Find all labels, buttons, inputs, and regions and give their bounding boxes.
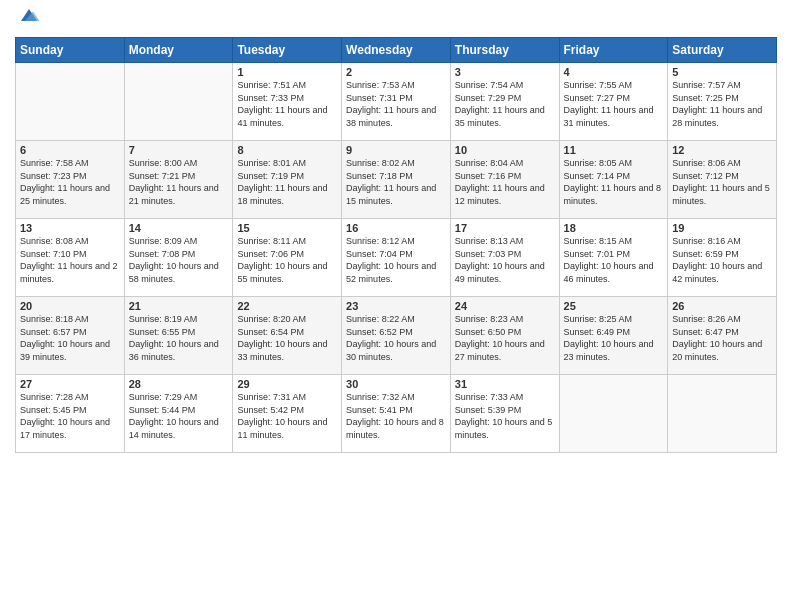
day-number: 10 (455, 144, 555, 156)
day-info: Sunrise: 8:00 AMSunset: 7:21 PMDaylight:… (129, 157, 229, 207)
day-number: 3 (455, 66, 555, 78)
day-info: Sunrise: 8:06 AMSunset: 7:12 PMDaylight:… (672, 157, 772, 207)
calendar-cell: 3Sunrise: 7:54 AMSunset: 7:29 PMDaylight… (450, 63, 559, 141)
day-info: Sunrise: 7:32 AMSunset: 5:41 PMDaylight:… (346, 391, 446, 441)
calendar-page: SundayMondayTuesdayWednesdayThursdayFrid… (0, 0, 792, 612)
day-info: Sunrise: 8:11 AMSunset: 7:06 PMDaylight:… (237, 235, 337, 285)
day-info: Sunrise: 7:31 AMSunset: 5:42 PMDaylight:… (237, 391, 337, 441)
weekday-header-saturday: Saturday (668, 38, 777, 63)
day-number: 12 (672, 144, 772, 156)
day-info: Sunrise: 8:15 AMSunset: 7:01 PMDaylight:… (564, 235, 664, 285)
day-number: 2 (346, 66, 446, 78)
day-number: 27 (20, 378, 120, 390)
day-number: 14 (129, 222, 229, 234)
day-info: Sunrise: 8:19 AMSunset: 6:55 PMDaylight:… (129, 313, 229, 363)
day-info: Sunrise: 7:29 AMSunset: 5:44 PMDaylight:… (129, 391, 229, 441)
day-number: 8 (237, 144, 337, 156)
calendar-cell (668, 375, 777, 453)
day-info: Sunrise: 7:51 AMSunset: 7:33 PMDaylight:… (237, 79, 337, 129)
calendar-cell: 30Sunrise: 7:32 AMSunset: 5:41 PMDayligh… (342, 375, 451, 453)
day-info: Sunrise: 8:16 AMSunset: 6:59 PMDaylight:… (672, 235, 772, 285)
weekday-header-monday: Monday (124, 38, 233, 63)
day-info: Sunrise: 8:26 AMSunset: 6:47 PMDaylight:… (672, 313, 772, 363)
logo-text (15, 10, 41, 29)
day-number: 13 (20, 222, 120, 234)
day-info: Sunrise: 7:33 AMSunset: 5:39 PMDaylight:… (455, 391, 555, 441)
calendar-cell (559, 375, 668, 453)
day-number: 5 (672, 66, 772, 78)
day-info: Sunrise: 7:28 AMSunset: 5:45 PMDaylight:… (20, 391, 120, 441)
calendar-cell: 23Sunrise: 8:22 AMSunset: 6:52 PMDayligh… (342, 297, 451, 375)
day-info: Sunrise: 8:20 AMSunset: 6:54 PMDaylight:… (237, 313, 337, 363)
calendar-cell: 16Sunrise: 8:12 AMSunset: 7:04 PMDayligh… (342, 219, 451, 297)
day-number: 20 (20, 300, 120, 312)
day-number: 31 (455, 378, 555, 390)
day-number: 25 (564, 300, 664, 312)
calendar-cell (124, 63, 233, 141)
day-number: 7 (129, 144, 229, 156)
day-info: Sunrise: 7:53 AMSunset: 7:31 PMDaylight:… (346, 79, 446, 129)
logo-icon (17, 5, 41, 29)
calendar-cell: 2Sunrise: 7:53 AMSunset: 7:31 PMDaylight… (342, 63, 451, 141)
calendar-cell: 1Sunrise: 7:51 AMSunset: 7:33 PMDaylight… (233, 63, 342, 141)
calendar-cell: 4Sunrise: 7:55 AMSunset: 7:27 PMDaylight… (559, 63, 668, 141)
day-number: 11 (564, 144, 664, 156)
calendar-cell: 26Sunrise: 8:26 AMSunset: 6:47 PMDayligh… (668, 297, 777, 375)
calendar-cell: 25Sunrise: 8:25 AMSunset: 6:49 PMDayligh… (559, 297, 668, 375)
calendar-cell: 31Sunrise: 7:33 AMSunset: 5:39 PMDayligh… (450, 375, 559, 453)
day-number: 26 (672, 300, 772, 312)
day-info: Sunrise: 7:54 AMSunset: 7:29 PMDaylight:… (455, 79, 555, 129)
calendar-cell: 21Sunrise: 8:19 AMSunset: 6:55 PMDayligh… (124, 297, 233, 375)
calendar-cell: 10Sunrise: 8:04 AMSunset: 7:16 PMDayligh… (450, 141, 559, 219)
calendar-cell: 20Sunrise: 8:18 AMSunset: 6:57 PMDayligh… (16, 297, 125, 375)
calendar-cell: 29Sunrise: 7:31 AMSunset: 5:42 PMDayligh… (233, 375, 342, 453)
calendar-cell (16, 63, 125, 141)
day-number: 15 (237, 222, 337, 234)
weekday-header-tuesday: Tuesday (233, 38, 342, 63)
calendar-table: SundayMondayTuesdayWednesdayThursdayFrid… (15, 37, 777, 453)
day-info: Sunrise: 8:09 AMSunset: 7:08 PMDaylight:… (129, 235, 229, 285)
day-info: Sunrise: 8:22 AMSunset: 6:52 PMDaylight:… (346, 313, 446, 363)
day-number: 28 (129, 378, 229, 390)
day-info: Sunrise: 8:23 AMSunset: 6:50 PMDaylight:… (455, 313, 555, 363)
week-row-4: 20Sunrise: 8:18 AMSunset: 6:57 PMDayligh… (16, 297, 777, 375)
calendar-cell: 9Sunrise: 8:02 AMSunset: 7:18 PMDaylight… (342, 141, 451, 219)
day-number: 17 (455, 222, 555, 234)
day-number: 9 (346, 144, 446, 156)
weekday-header-thursday: Thursday (450, 38, 559, 63)
day-info: Sunrise: 8:25 AMSunset: 6:49 PMDaylight:… (564, 313, 664, 363)
week-row-5: 27Sunrise: 7:28 AMSunset: 5:45 PMDayligh… (16, 375, 777, 453)
week-row-1: 1Sunrise: 7:51 AMSunset: 7:33 PMDaylight… (16, 63, 777, 141)
day-info: Sunrise: 8:18 AMSunset: 6:57 PMDaylight:… (20, 313, 120, 363)
calendar-cell: 12Sunrise: 8:06 AMSunset: 7:12 PMDayligh… (668, 141, 777, 219)
weekday-header-wednesday: Wednesday (342, 38, 451, 63)
calendar-cell: 14Sunrise: 8:09 AMSunset: 7:08 PMDayligh… (124, 219, 233, 297)
calendar-cell: 5Sunrise: 7:57 AMSunset: 7:25 PMDaylight… (668, 63, 777, 141)
day-info: Sunrise: 8:01 AMSunset: 7:19 PMDaylight:… (237, 157, 337, 207)
weekday-header-sunday: Sunday (16, 38, 125, 63)
day-number: 4 (564, 66, 664, 78)
day-number: 6 (20, 144, 120, 156)
day-info: Sunrise: 8:08 AMSunset: 7:10 PMDaylight:… (20, 235, 120, 285)
week-row-2: 6Sunrise: 7:58 AMSunset: 7:23 PMDaylight… (16, 141, 777, 219)
day-number: 19 (672, 222, 772, 234)
day-number: 22 (237, 300, 337, 312)
day-info: Sunrise: 8:04 AMSunset: 7:16 PMDaylight:… (455, 157, 555, 207)
day-info: Sunrise: 8:13 AMSunset: 7:03 PMDaylight:… (455, 235, 555, 285)
day-number: 16 (346, 222, 446, 234)
day-number: 23 (346, 300, 446, 312)
week-row-3: 13Sunrise: 8:08 AMSunset: 7:10 PMDayligh… (16, 219, 777, 297)
day-info: Sunrise: 7:55 AMSunset: 7:27 PMDaylight:… (564, 79, 664, 129)
header (15, 10, 777, 29)
calendar-cell: 15Sunrise: 8:11 AMSunset: 7:06 PMDayligh… (233, 219, 342, 297)
calendar-cell: 17Sunrise: 8:13 AMSunset: 7:03 PMDayligh… (450, 219, 559, 297)
day-info: Sunrise: 8:02 AMSunset: 7:18 PMDaylight:… (346, 157, 446, 207)
day-number: 29 (237, 378, 337, 390)
day-info: Sunrise: 8:12 AMSunset: 7:04 PMDaylight:… (346, 235, 446, 285)
logo (15, 10, 41, 29)
day-number: 24 (455, 300, 555, 312)
weekday-header-row: SundayMondayTuesdayWednesdayThursdayFrid… (16, 38, 777, 63)
day-info: Sunrise: 7:57 AMSunset: 7:25 PMDaylight:… (672, 79, 772, 129)
day-number: 1 (237, 66, 337, 78)
calendar-cell: 28Sunrise: 7:29 AMSunset: 5:44 PMDayligh… (124, 375, 233, 453)
